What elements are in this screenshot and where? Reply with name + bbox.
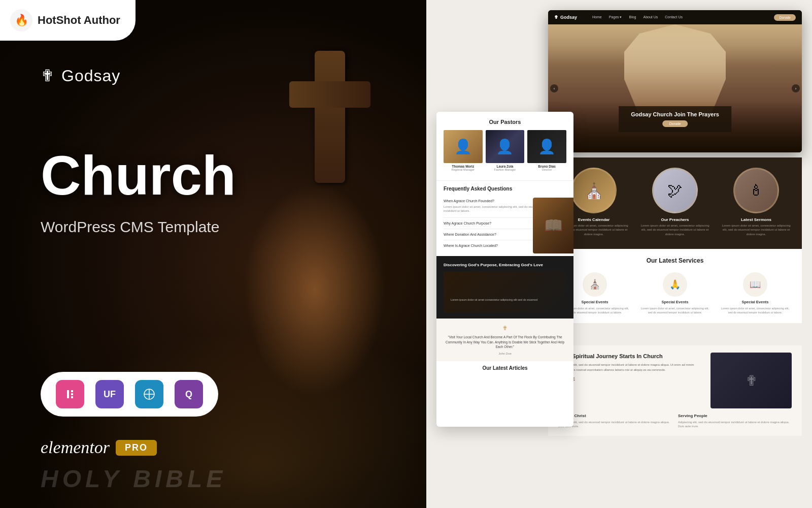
quill-icon: Q (175, 380, 203, 408)
faq-q-3: Where Donation And Assistance? (444, 233, 496, 236)
svg-rect-4 (71, 390, 73, 392)
journey-cross-icon: ✟ (746, 372, 757, 389)
nav-donate-btn[interactable]: Donate (774, 14, 796, 21)
hotshot-badge: 🔥 HotShot Author (0, 0, 136, 41)
church-title: Church (41, 147, 236, 203)
preview-top: ✟ Godsay Home Pages ▾ Blog About Us Cont… (548, 10, 802, 152)
cross-divider-icon: ✟ (444, 324, 566, 333)
nav-home: Home (592, 15, 602, 19)
serving-desc-2: Adipiscing elit, sed do eiusmod tempor i… (678, 420, 792, 429)
cross-decoration (315, 51, 345, 183)
nav-contact: Contact Us (665, 15, 683, 19)
service-icon-3: 📖 (743, 272, 767, 297)
svg-rect-2 (62, 386, 78, 402)
preacher-card-sermons: 🕯 Latest Sermons Lorem ipsum dolor sit a… (721, 168, 792, 236)
hotshot-author-text: HotShot Author (38, 14, 120, 27)
service-icon-1: ⛪ (583, 272, 607, 297)
serving-row: Serving Christ Adipiscing elit, sed do e… (558, 414, 792, 429)
uf-icon: UF (95, 380, 124, 408)
preacher-card-preachers: 🕊 Our Preachers Lorem ipsum dolor sit am… (639, 168, 710, 236)
nav-about: About Us (644, 15, 658, 19)
svg-rect-5 (71, 393, 73, 395)
services-section: Our Latest Services ⛪ Special Events Lor… (548, 249, 802, 323)
prev-slide-btn[interactable]: ‹ (550, 84, 558, 92)
pastor-img-3: 👤 (527, 130, 566, 163)
svg-rect-3 (67, 390, 69, 398)
godsay-cross-icon: ✟ (41, 66, 54, 85)
journey-section: Your Spiritual Journey Starts In Church … (548, 345, 802, 436)
pastors-section-title: Our Pastors (444, 119, 566, 125)
serving-title-2: Serving People (678, 414, 792, 418)
pastor-name-2: Laura Zola (486, 165, 525, 168)
wordpress-icon (135, 380, 163, 408)
preview-nav: ✟ Godsay Home Pages ▾ Blog About Us Cont… (548, 10, 802, 24)
video-thumbnail[interactable]: Lorem ipsum dolor sit amet consectetur a… (444, 272, 566, 312)
svg-text:Q: Q (185, 389, 192, 399)
serving-desc-1: Adipiscing elit, sed do eiusmod tempor i… (558, 420, 672, 429)
service-name-3: Special Events (742, 300, 769, 304)
holy-bible-text: HOLY BIBLE (41, 465, 226, 493)
service-name-1: Special Events (582, 300, 608, 304)
svg-text:🔥: 🔥 (15, 13, 29, 27)
cms-subtitle: WordPress CMS Template (41, 218, 219, 236)
articles-title: Our Latest Articles (436, 361, 573, 374)
journey-title: Your Spiritual Journey Starts In Church (558, 353, 702, 360)
elementor-icon (56, 380, 84, 408)
pastor-role-2: Fashion Manager (486, 168, 525, 171)
journey-image: ✟ (710, 353, 792, 408)
elementor-text: elementor (41, 438, 110, 457)
journey-desc: Adipiscing elit, sed do eiusmod tempor i… (558, 363, 702, 372)
hero-overlay-box: Godsay Church Join The Prayers Donate (619, 106, 731, 132)
pastors-grid: 👤 Thomas Moriz Regional Manager 👤 Laura … (444, 130, 566, 171)
preachers-image: 🕊 (652, 168, 698, 213)
faq-title: Frequently Asked Questions (444, 186, 566, 192)
serving-people: Serving People Adipiscing elit, sed do e… (678, 414, 792, 429)
sermons-title: Latest Sermons (721, 217, 792, 222)
right-panel: ✟ Godsay Home Pages ▾ Blog About Us Cont… (426, 0, 812, 508)
hero-donate-btn[interactable]: Donate (662, 120, 688, 127)
show-more-link[interactable]: Show More (558, 376, 702, 380)
pastor-role-3: Director (527, 168, 566, 171)
pastor-img-2: 👤 (486, 130, 525, 163)
journey-row: Your Spiritual Journey Starts In Church … (558, 353, 792, 408)
godsay-logo: ✟ Godsay (41, 66, 120, 85)
service-icon-2: 🙏 (663, 272, 687, 297)
faq-q-4: Where Is Agrace Church Located? (444, 244, 498, 247)
pastor-card-1: 👤 Thomas Moriz Regional Manager (444, 130, 483, 171)
sermons-desc: Lorem ipsum dolor sit amet, consectetur … (721, 224, 792, 236)
pastor-name-1: Thomas Moriz (444, 165, 483, 168)
church-interior: Godsay Church Join The Prayers Donate ‹ … (548, 24, 802, 152)
pro-badge-text: PRO (116, 440, 157, 456)
hero-title: Godsay Church Join The Prayers (631, 111, 719, 117)
elementor-pro-badge: elementor PRO (41, 438, 157, 457)
bible-book-image: 📖 (533, 198, 573, 253)
video-title: Discovering God's Purpose, Embracing God… (444, 262, 566, 268)
nav-logo: ✟ Godsay (554, 15, 577, 20)
video-quote-preview: Lorem ipsum dolor sit amet consectetur a… (451, 298, 559, 302)
journey-text: Your Spiritual Journey Starts In Church … (558, 353, 702, 380)
svg-text:UF: UF (104, 389, 116, 399)
left-panel: HOLY BIBLE 🔥 HotShot Author ✟ Godsay Chu… (0, 0, 436, 508)
pastor-role-1: Regional Manager (444, 168, 483, 171)
pastor-img-1: 👤 (444, 130, 483, 163)
serving-christ: Serving Christ Adipiscing elit, sed do e… (558, 414, 672, 429)
video-section: Discovering God's Purpose, Embracing God… (436, 256, 573, 319)
service-desc-2: Lorem ipsum dolor sit amet, consectetur … (638, 306, 712, 315)
hand-decoration (244, 183, 386, 396)
nav-pages: Pages ▾ (609, 15, 622, 19)
preachers-section: ⛪ Events Calendar Lorem ipsum dolor sit … (548, 157, 802, 246)
quote-author: John Doe (444, 352, 566, 356)
godsay-brand: Godsay (61, 67, 120, 85)
pastor-name-3: Bruno Dias (527, 165, 566, 168)
next-slide-btn[interactable]: › (792, 84, 800, 92)
pastor-card-3: 👤 Bruno Dias Director (527, 130, 566, 171)
service-card-3: 📖 Special Events Lorem ipsum dolor sit a… (719, 272, 792, 315)
faq-section: Frequently Asked Questions When Agrace C… (436, 180, 573, 256)
pastors-section: Our Pastors 👤 Thomas Moriz Regional Mana… (436, 112, 573, 180)
preachers-title: Our Preachers (639, 217, 710, 222)
serving-title-1: Serving Christ (558, 414, 672, 418)
pastor-card-2: 👤 Laura Zola Fashion Manager (486, 130, 525, 171)
svg-rect-6 (71, 396, 73, 398)
services-grid: ⛪ Special Events Lorem ipsum dolor sit a… (558, 272, 792, 315)
services-title: Our Latest Services (558, 257, 792, 264)
